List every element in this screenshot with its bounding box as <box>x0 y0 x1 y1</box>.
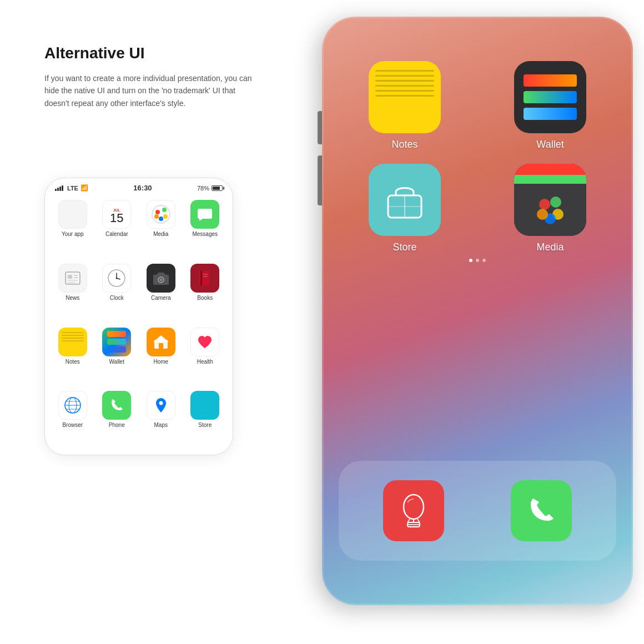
svg-point-1 <box>155 210 160 214</box>
app-label-health: Health <box>197 359 213 365</box>
big-app-media[interactable]: Media <box>484 164 616 253</box>
big-app-label-notes: Notes <box>391 139 417 150</box>
app-label-home: Home <box>153 359 168 365</box>
phone-volume-up <box>318 111 322 144</box>
small-phone-mockup: LTE 📶 16:30 78% Your app <box>44 178 233 455</box>
app-icon-media <box>147 200 175 229</box>
svg-rect-24 <box>159 343 163 349</box>
page-title: Alternative UI <box>44 44 255 62</box>
app-icon-home <box>147 328 175 356</box>
app-label-news: News <box>66 295 79 301</box>
battery-icon <box>212 185 223 191</box>
apps-grid: Your app JUL 15 Calendar <box>45 195 233 455</box>
app-label-clock: Clock <box>110 295 124 301</box>
app-icon-messages <box>190 200 219 229</box>
svg-point-38 <box>550 197 561 208</box>
app-label-your-app: Your app <box>62 231 84 237</box>
status-left: LTE 📶 <box>55 184 88 192</box>
app-label-camera: Camera <box>151 295 171 301</box>
app-label-browser: Browser <box>62 422 83 428</box>
big-phone-frame: Notes Wallet <box>322 17 633 605</box>
big-app-icon-media <box>514 164 586 236</box>
dock-app-phone[interactable] <box>511 480 572 541</box>
left-section: Alternative UI If you want to create a m… <box>44 44 255 132</box>
app-item-books[interactable]: Books <box>185 264 225 323</box>
app-item-store[interactable]: Store <box>185 391 225 450</box>
big-app-notes[interactable]: Notes <box>339 61 471 150</box>
page-indicators <box>339 259 616 262</box>
page-description: If you want to create a more individual … <box>44 72 255 109</box>
app-icon-store <box>190 391 219 420</box>
signal-type: LTE <box>67 185 78 192</box>
big-app-icon-wallet <box>514 61 586 133</box>
status-right: 78% <box>197 185 223 192</box>
app-label-maps: Maps <box>154 422 168 428</box>
big-apps-top: Notes Wallet <box>339 61 616 253</box>
svg-point-42 <box>404 495 424 519</box>
app-item-home[interactable]: Home <box>141 328 181 387</box>
big-app-icon-notes <box>369 61 441 133</box>
app-icon-browser <box>58 391 87 420</box>
svg-point-5 <box>154 214 159 219</box>
dock-app-balloon[interactable] <box>383 480 444 541</box>
app-icon-maps <box>147 391 175 420</box>
app-icon-wallet <box>102 328 131 356</box>
page-dot-2 <box>476 259 479 262</box>
signal-bars <box>55 185 63 191</box>
svg-point-41 <box>537 209 548 220</box>
app-item-browser[interactable]: Browser <box>53 391 93 450</box>
battery-percent: 78% <box>197 185 209 192</box>
app-item-camera[interactable]: Camera <box>141 264 181 323</box>
svg-rect-7 <box>68 275 72 279</box>
app-icon-your-app <box>58 200 87 229</box>
page-dot-1 <box>469 259 472 262</box>
svg-marker-23 <box>153 335 169 342</box>
page-dot-3 <box>482 259 486 262</box>
app-label-media: Media <box>153 231 168 237</box>
app-icon-books <box>190 264 219 293</box>
big-phone-dock <box>339 461 616 561</box>
app-label-books: Books <box>197 295 213 301</box>
app-item-maps[interactable]: Maps <box>141 391 181 450</box>
app-icon-phone <box>102 391 131 420</box>
app-icon-calendar: JUL 15 <box>102 200 131 229</box>
app-label-phone: Phone <box>109 422 125 428</box>
phone-volume-down <box>318 155 322 205</box>
app-item-clock[interactable]: Clock <box>97 264 137 323</box>
app-icon-health <box>190 328 219 356</box>
svg-point-17 <box>159 278 162 281</box>
app-item-notes[interactable]: Notes <box>53 328 93 387</box>
big-phone-container: Notes Wallet <box>289 0 644 611</box>
app-item-news[interactable]: News <box>53 264 93 323</box>
svg-point-30 <box>159 401 163 405</box>
app-icon-clock <box>102 264 131 293</box>
svg-point-4 <box>159 217 163 221</box>
big-app-label-media: Media <box>536 242 564 253</box>
app-icon-notes <box>58 328 87 356</box>
status-time: 16:30 <box>133 184 152 192</box>
app-label-store: Store <box>198 422 212 428</box>
app-item-calendar[interactable]: JUL 15 Calendar <box>97 200 137 259</box>
app-item-messages[interactable]: Messages <box>185 200 225 259</box>
big-app-wallet[interactable]: Wallet <box>484 61 616 150</box>
app-label-notes: Notes <box>66 359 80 365</box>
app-item-media[interactable]: Media <box>141 200 181 259</box>
app-item-wallet[interactable]: Wallet <box>97 328 137 387</box>
svg-point-15 <box>116 277 118 279</box>
wifi-icon: 📶 <box>80 184 88 192</box>
app-icon-news <box>58 264 87 293</box>
app-icon-camera <box>147 264 175 293</box>
svg-point-37 <box>539 199 550 210</box>
svg-rect-19 <box>200 271 202 285</box>
svg-point-2 <box>162 208 167 212</box>
big-app-label-store: Store <box>393 242 416 253</box>
svg-point-3 <box>163 214 168 219</box>
app-label-wallet: Wallet <box>109 359 124 365</box>
app-label-messages: Messages <box>192 231 218 237</box>
big-app-store[interactable]: Store <box>339 164 471 253</box>
big-app-label-wallet: Wallet <box>536 139 564 150</box>
app-item-phone[interactable]: Phone <box>97 391 137 450</box>
app-item-health[interactable]: Health <box>185 328 225 387</box>
status-bar: LTE 📶 16:30 78% <box>45 178 233 195</box>
app-item-your-app[interactable]: Your app <box>53 200 93 259</box>
